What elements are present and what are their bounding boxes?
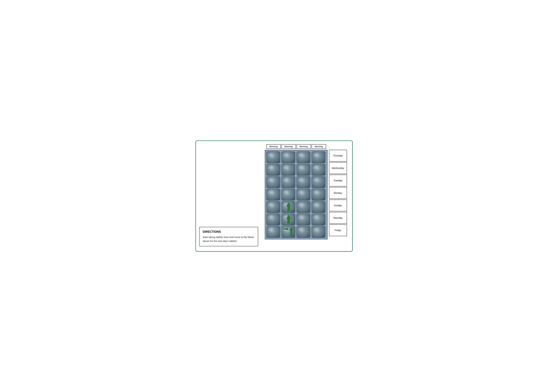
col-header-0: Morning <box>266 144 281 149</box>
blister-cell-3-2 <box>312 176 325 188</box>
blister-cell-2-2 <box>296 176 310 188</box>
blister-cell-2-4 <box>296 201 310 213</box>
day-label-monday: Monday <box>329 187 347 199</box>
blister-cell-0-5 <box>266 214 280 225</box>
day-label-sunday: Sunday <box>329 200 347 211</box>
blister-cell-3-1 <box>312 164 325 176</box>
blister-cell-0-0 <box>266 151 280 163</box>
blister-cell-1-3 <box>281 189 295 201</box>
blister-cell-1-4 <box>281 201 295 213</box>
day-label-thursday: Thursday <box>329 150 347 161</box>
blister-cell-0-1 <box>266 164 280 176</box>
blister-col-1 <box>281 151 296 238</box>
col-header-3: Morning <box>312 144 326 149</box>
day-label-saturday: Saturday <box>329 212 347 224</box>
blister-cell-2-0 <box>296 151 310 163</box>
directions-text: Start taking tablets here and move to th… <box>203 235 255 243</box>
blister-cell-3-5 <box>312 214 325 225</box>
blister-cell-1-2 <box>281 176 295 188</box>
blister-cell-1-0 <box>281 151 295 163</box>
col-headers: Morning Morning Morning Morning <box>266 144 327 149</box>
main-card: DIRECTIONS Start taking tablets here and… <box>195 140 353 252</box>
blister-cell-2-5 <box>296 214 310 225</box>
directions-title: DIRECTIONS <box>203 230 255 234</box>
col-header-2: Morning <box>296 144 311 149</box>
directions-box: DIRECTIONS Start taking tablets here and… <box>199 227 258 246</box>
blister-cell-3-6 <box>312 226 325 238</box>
day-label-friday: Friday <box>329 224 347 236</box>
blister-cell-1-6 <box>281 226 295 238</box>
right-panel: Morning Morning Morning Morning <box>265 144 349 248</box>
blister-cell-1-1 <box>281 164 295 176</box>
day-label-tuesday: Tuesday <box>329 175 347 186</box>
directions-line2: above for the next day's tablets. <box>203 240 237 242</box>
blister-col-0 <box>266 151 281 238</box>
blister-cell-3-3 <box>312 189 325 201</box>
directions-line1: Start taking tablets here and move to th… <box>203 236 254 238</box>
blister-cell-0-4 <box>266 201 280 213</box>
blister-pack <box>265 150 328 239</box>
left-panel: DIRECTIONS Start taking tablets here and… <box>199 144 261 248</box>
blister-cell-0-3 <box>266 189 280 201</box>
blister-cell-0-6 <box>266 226 280 238</box>
blister-cell-2-6 <box>296 226 310 238</box>
day-labels: Thursday Wednesday Tuesday Monday Sunday… <box>329 150 347 239</box>
blister-col-2 <box>296 151 311 238</box>
day-label-wednesday: Wednesday <box>329 162 347 174</box>
blister-cell-0-2 <box>266 176 280 188</box>
blister-col-3 <box>312 151 326 238</box>
blister-wrapper: Thursday Wednesday Tuesday Monday Sunday… <box>265 150 347 239</box>
blister-cell-3-4 <box>312 201 325 213</box>
col-header-1: Morning <box>281 144 296 149</box>
blister-columns <box>266 151 326 238</box>
blister-cell-1-5 <box>281 214 295 225</box>
blister-cell-2-1 <box>296 164 310 176</box>
blister-cell-3-0 <box>312 151 325 163</box>
blister-cell-2-3 <box>296 189 310 201</box>
